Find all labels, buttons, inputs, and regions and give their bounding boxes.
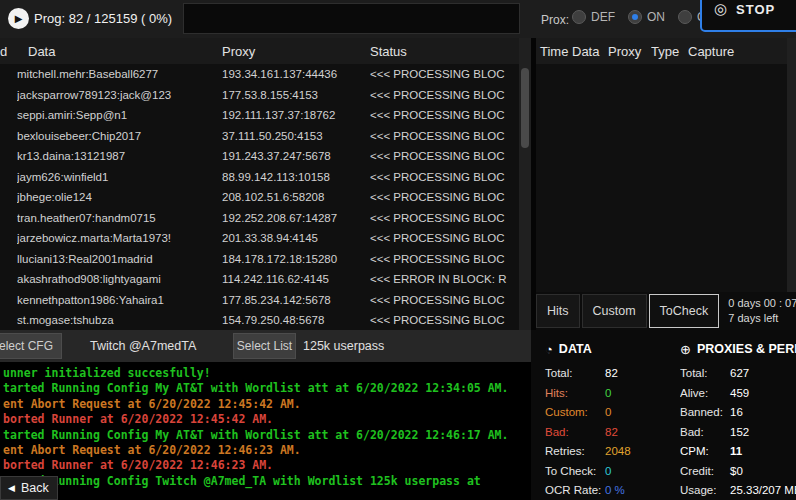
table-row[interactable]: seppi.amiri:Sepp@n1192.111.137.37:18762<… [0,105,531,126]
cell-status: <<< PROCESSING BLOC [370,109,531,121]
stat-label: To Check: [545,462,605,482]
stat-value: 0 [605,406,611,418]
hits-tab-bar: HitsCustomToCheck [536,294,721,328]
stats-panel: ◔ DATA Total:82Hits:0Custom:0Bad:82Retri… [531,330,796,500]
cell-proxy: 114.242.116.62:4145 [222,273,370,285]
timer-days-left: 7 days left [728,311,796,326]
log-line: borted Runner at 6/20/2022 12:46:23 AM. [3,458,531,473]
stat-row: Hits:0 [545,384,673,404]
cell-proxy: 177.53.8.155:4153 [222,89,370,101]
cell-proxy: 154.79.250.48:5678 [222,314,370,326]
proxy-stats: ⊕ PROXIES & PERFO Total:627Alive:459Bann… [680,338,796,500]
log-line: tarted Running Config My AT&T with Wordl… [3,428,531,443]
timer: 0 days 00 : 07 : 7 days left [728,296,796,326]
table-row[interactable]: mitchell.mehr:Baseball6277193.34.161.137… [0,64,531,85]
config-bar: elect CFG Twitch @A7medTA Select List 12… [0,330,531,362]
stat-label: CPM: [680,442,730,462]
table-row[interactable]: kennethpatton1986:Yahaira1177.85.234.142… [0,290,531,311]
table-row[interactable]: kr13.daina:13121987191.243.37.247:5678<<… [0,146,531,167]
tab-tocheck[interactable]: ToCheck [649,294,720,328]
tab-custom[interactable]: Custom [582,294,647,328]
column-header-id[interactable]: d [0,44,28,59]
cell-proxy: 184.178.172.18:15280 [222,253,370,265]
log-line: ent Abort Request at 6/20/2022 12:45:42 … [3,397,531,412]
prox-label: Prox: [541,13,569,27]
proxy-radio-def[interactable]: DEF [572,10,615,24]
tab-hits[interactable]: Hits [536,294,580,328]
stat-label: OCR Rate: [545,481,605,500]
cell-data: st.mogase:tshubza [17,314,222,326]
results-table-body: mitchell.mehr:Baseball6277193.34.161.137… [0,64,531,330]
data-stats: ◔ DATA Total:82Hits:0Custom:0Bad:82Retri… [545,338,673,500]
cell-data: mitchell.mehr:Baseball6277 [17,68,222,80]
hits-scrollbar[interactable] [787,38,796,292]
table-row[interactable]: st.mogase:tshubza154.79.250.48:5678<<< P… [0,310,531,330]
table-row[interactable]: jaym626:winfield188.99.142.113:10158<<< … [0,167,531,188]
stat-row: Bad:152 [680,423,796,443]
select-list-button[interactable]: Select List [233,333,296,359]
select-cfg-button[interactable]: elect CFG [0,333,62,359]
log-line: tarted Running Config My AT&T with Wordl… [3,381,531,396]
column-header-data[interactable]: Data [28,44,222,59]
cell-data: akashrathod908:lightyagami [17,273,222,285]
hits-tabs-strip: HitsCustomToCheck 0 days 00 : 07 : 7 day… [536,292,796,330]
config-name: Twitch @A7medTA [90,339,196,353]
stat-value: 25.33/207 MB [730,484,796,496]
data-icon: ◔ [545,342,553,357]
table-row[interactable]: bexlouisebeer:Chip201737.111.50.250:4153… [0,126,531,147]
stat-value: 82 [605,426,618,438]
table-row[interactable]: jacksparrow789123:jack@123177.53.8.155:4… [0,85,531,106]
cell-status: <<< PROCESSING BLOC [370,232,531,244]
stat-row: Retries:2048 [545,442,673,462]
stat-row: To Check:0 [545,462,673,482]
column-header-type[interactable]: Type [651,44,688,59]
cell-proxy: 192.252.208.67:14287 [222,212,370,224]
back-button[interactable]: ◀ Back [0,476,58,500]
cell-status: <<< PROCESSING BLOC [370,150,531,162]
stop-button-label: STOP [736,2,775,17]
stop-button[interactable]: ◎ STOP [700,0,796,32]
table-row[interactable]: akashrathod908:lightyagami114.242.116.62… [0,269,531,290]
timer-elapsed: 0 days 00 : 07 : [728,296,796,311]
stat-value: 11 [730,445,742,457]
topbar-input[interactable] [183,3,520,34]
cell-data: bexlouisebeer:Chip2017 [17,130,222,142]
cell-status: <<< PROCESSING BLOC [370,68,531,80]
stat-value: 459 [730,387,749,399]
stat-label: Bad: [680,423,730,443]
wordlist-name: 125k userpass [303,339,384,353]
results-scrollbar[interactable] [519,38,531,330]
proxy-stats-header: ⊕ PROXIES & PERFO [680,338,796,360]
cell-data: jaym626:winfield1 [17,171,222,183]
column-header-capture[interactable]: Capture [688,44,787,59]
stat-label: Alive: [680,384,730,404]
column-header-status[interactable]: Status [370,44,531,59]
stat-label: Total: [680,364,730,384]
stat-row: Banned:16 [680,403,796,423]
cell-proxy: 201.33.38.94:4145 [222,232,370,244]
table-row[interactable]: lluciani13:Real2001madrid184.178.172.18:… [0,249,531,270]
scrollbar-thumb[interactable] [521,68,529,148]
table-row[interactable]: jarzebowicz.marta:Marta1973!201.33.38.94… [0,228,531,249]
stat-label: Hits: [545,384,605,404]
cell-status: <<< PROCESSING BLOC [370,171,531,183]
table-row[interactable]: jbhege:olie124208.102.51.6:58208<<< PROC… [0,187,531,208]
column-header-hits-data[interactable]: Data [572,44,608,59]
back-button-label: Back [21,481,49,495]
stat-value: 2048 [605,445,631,457]
stat-value: 16 [730,406,743,418]
stat-row: Credit:$0 [680,462,796,482]
column-header-hits-proxy[interactable]: Proxy [608,44,651,59]
stat-row: Total:82 [545,364,673,384]
column-header-time[interactable]: Time [536,44,572,59]
column-header-proxy[interactable]: Proxy [222,44,370,59]
table-row[interactable]: tran.heather07:handm0715192.252.208.67:1… [0,208,531,229]
stat-row: Bad:82 [545,423,673,443]
cell-status: <<< PROCESSING BLOC [370,314,531,326]
cell-status: <<< PROCESSING BLOC [370,130,531,142]
proxies-icon: ⊕ [680,342,691,357]
stat-label: Retries: [545,442,605,462]
cell-data: jbhege:olie124 [17,191,222,203]
proxy-radio-on[interactable]: ON [628,10,665,24]
log-line: borted Runner at 6/20/2022 12:45:42 AM. [3,412,531,427]
